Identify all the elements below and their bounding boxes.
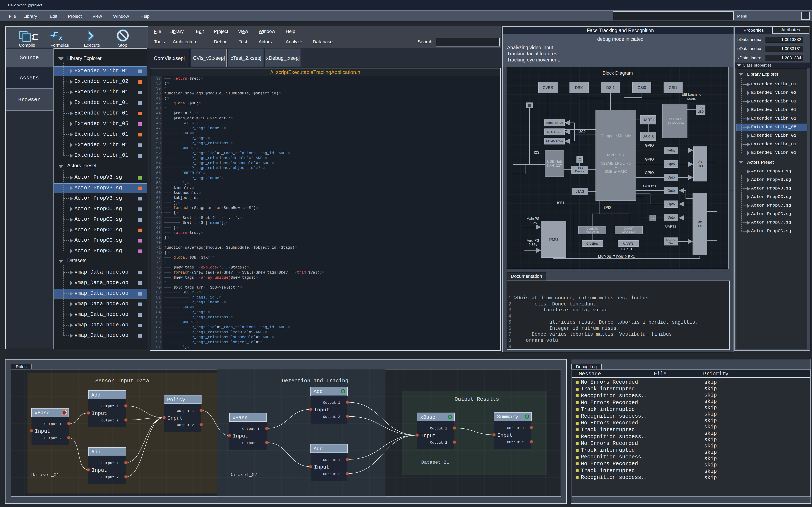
svg-text:Output 1: Output 1	[101, 461, 119, 465]
svg-text:Mode: Mode	[687, 97, 696, 101]
svg-text:Add: Add	[314, 389, 323, 394]
svg-text:Add: Add	[91, 449, 100, 455]
svg-text:x: x	[58, 35, 62, 41]
svg-text:DC/DC: DC/DC	[666, 238, 676, 241]
svg-text:USB: USB	[578, 158, 582, 160]
svg-text:Input: Input	[92, 467, 107, 473]
svg-text:Input: Input	[92, 411, 107, 416]
svg-text:CANBus: CANBus	[587, 242, 599, 245]
svg-text:Main PS: Main PS	[526, 217, 539, 221]
svg-text:Input: Input	[233, 433, 248, 439]
svg-text:RTC DS32: RTC DS32	[547, 130, 562, 133]
svg-text:xBase: xBase	[420, 414, 436, 420]
svg-text:DUART: DUART	[624, 227, 634, 230]
svg-text:DI: DI	[698, 224, 702, 228]
svg-text:Output 2: Output 2	[177, 423, 194, 427]
svg-text:6GB e-MMC: 6GB e-MMC	[605, 169, 627, 174]
svg-text:Relay: Relay	[667, 149, 675, 152]
svg-text:9-36v: 9-36v	[529, 243, 537, 246]
svg-text:UART1: UART1	[643, 118, 654, 122]
svg-text:PB: PB	[699, 106, 703, 110]
svg-text:UART0: UART0	[643, 134, 654, 138]
svg-text:Mux.: Mux.	[577, 160, 582, 162]
svg-text:512MB LPDDR3: 512MB LPDDR3	[601, 161, 630, 165]
svg-text:Output 1: Output 1	[507, 426, 524, 430]
svg-text:USB: USB	[577, 166, 583, 170]
svg-text:Add: Add	[91, 392, 100, 398]
svg-text:Policy: Policy	[167, 397, 185, 403]
svg-text:DSI0: DSI0	[575, 86, 583, 90]
svg-text:CanBUS: CanBUS	[587, 227, 598, 230]
svg-text:Input: Input	[497, 433, 513, 438]
svg-text:9-36v: 9-36v	[529, 221, 537, 225]
svg-text:PMU: PMU	[549, 237, 558, 242]
svg-text:Output 2: Output 2	[323, 472, 340, 476]
svg-text:Aux. PS: Aux. PS	[527, 239, 539, 242]
svg-text:MCP2525: MCP2525	[586, 230, 599, 233]
svg-text:Output 1: Output 1	[430, 427, 447, 431]
svg-text:Dataset_07: Dataset_07	[230, 472, 257, 477]
svg-text:I2S: I2S	[534, 151, 539, 154]
svg-text:Output 1: Output 1	[242, 427, 259, 431]
svg-text:Summary: Summary	[497, 414, 518, 420]
svg-text:Add: Add	[314, 446, 323, 452]
svg-text:Device: Device	[575, 170, 584, 173]
svg-text:GPIO: GPIO	[645, 171, 654, 175]
svg-text:Output 2: Output 2	[323, 415, 340, 419]
svg-text:Opto: Opto	[667, 176, 675, 179]
svg-text:UART1: UART1	[623, 242, 633, 245]
svg-text:Temp. Si707: Temp. Si707	[546, 121, 563, 124]
svg-text:Output 1: Output 1	[177, 409, 194, 413]
svg-text:+: +	[614, 157, 617, 161]
svg-text:3x: 3x	[698, 220, 702, 224]
svg-text:Output 2: Output 2	[242, 441, 259, 445]
svg-text:DO: DO	[698, 164, 703, 168]
svg-text:Compute Module: Compute Module	[601, 133, 631, 138]
svg-text:Sensor Input Data: Sensor Input Data	[95, 378, 149, 384]
svg-text:Input: Input	[420, 433, 436, 439]
svg-text:CSI1: CSI1	[669, 86, 677, 90]
svg-text:JTAG: JTAG	[575, 189, 584, 193]
svg-text:Detection and Tracing: Detection and Tracing	[282, 378, 348, 384]
svg-text:EIB Learning: EIB Learning	[682, 93, 701, 96]
svg-text:AT24MAC42: AT24MAC42	[546, 139, 564, 143]
svg-text:Opto: Opto	[667, 189, 675, 192]
svg-text:CVBS: CVBS	[543, 86, 553, 90]
svg-text:UART2: UART2	[665, 225, 676, 228]
svg-text:Input: Input	[35, 429, 50, 434]
svg-text:Input: Input	[167, 415, 183, 421]
svg-text:USB Hub: USB Hub	[547, 160, 562, 164]
svg-text:Opto: Opto	[667, 162, 675, 166]
svg-text:MVP1337: MVP1337	[607, 153, 624, 157]
svg-text:CSI0: CSI0	[638, 86, 646, 90]
svg-text:Opto: Opto	[667, 216, 675, 219]
svg-text:GPIOx3: GPIOx3	[643, 184, 656, 188]
svg-text:24V: 24V	[668, 241, 674, 245]
svg-text:Dataset_01: Dataset_01	[31, 472, 59, 477]
svg-text:Block Diagram: Block Diagram	[602, 70, 633, 76]
svg-text:SPI0: SPI0	[604, 206, 611, 209]
svg-text:Output 1: Output 1	[44, 422, 61, 426]
svg-text:USB1: USB1	[556, 201, 564, 205]
svg-text:Input: Input	[314, 407, 329, 413]
svg-text:UART3: UART3	[621, 247, 632, 251]
svg-text:mux.: mux.	[651, 217, 655, 219]
svg-text:-F: -F	[50, 31, 58, 39]
svg-text:811 Module: 811 Module	[665, 121, 684, 125]
svg-text:xBase: xBase	[35, 410, 50, 416]
svg-text:Output Results: Output Results	[455, 396, 499, 402]
svg-text:Output 1: Output 1	[323, 458, 340, 462]
svg-text:Opto: Opto	[667, 203, 675, 206]
svg-text:LED: LED	[697, 110, 704, 113]
svg-text:Output 2: Output 2	[430, 441, 447, 445]
svg-text:GPIO: GPIO	[645, 157, 654, 161]
svg-text:Input: Input	[314, 464, 329, 470]
svg-text:DSI1: DSI1	[606, 86, 615, 90]
svg-text:GPIO: GPIO	[645, 144, 654, 148]
svg-text:Output 2: Output 2	[101, 418, 119, 422]
svg-text:MAX1337: MAX1337	[622, 230, 636, 233]
svg-text:+: +	[614, 165, 617, 170]
svg-text:I2C0: I2C0	[578, 130, 586, 133]
svg-text:Output 1: Output 1	[101, 404, 119, 408]
svg-text:EIB BAOS: EIB BAOS	[666, 117, 683, 121]
